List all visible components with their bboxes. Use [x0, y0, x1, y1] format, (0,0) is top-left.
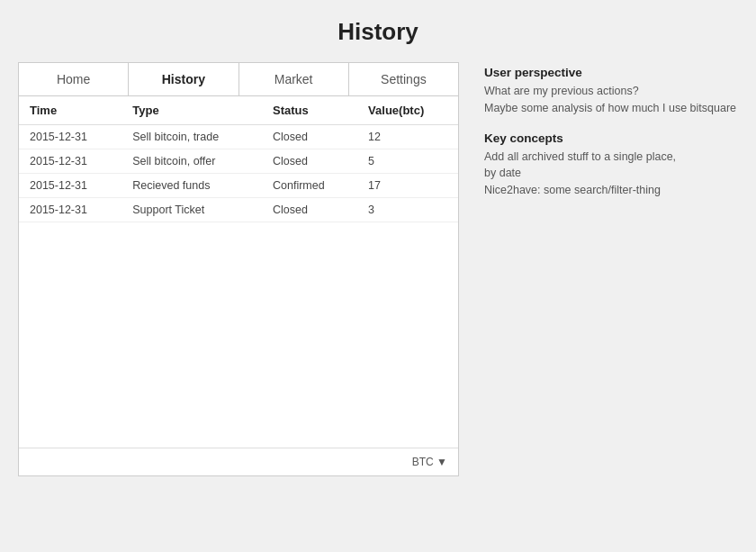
nav-item-home[interactable]: Home	[19, 63, 129, 95]
main-layout: Home History Market Settings Time Type S…	[18, 62, 738, 476]
key-concepts-section: Key concepts Add all archived stuff to a…	[484, 131, 738, 199]
cell-status: Closed	[262, 125, 357, 149]
cell-time: 2015-12-31	[19, 174, 122, 198]
history-table: Time Type Status Value(btc) 2015-12-31 S…	[19, 96, 458, 222]
cell-value: 3	[357, 198, 458, 222]
col-type: Type	[122, 96, 262, 125]
cell-type: Sell bitcoin, offer	[122, 149, 262, 174]
left-panel: Home History Market Settings Time Type S…	[18, 62, 459, 476]
table-area: Time Type Status Value(btc) 2015-12-31 S…	[19, 96, 458, 448]
cell-time: 2015-12-31	[19, 125, 122, 149]
panel-footer[interactable]: BTC ▼	[19, 448, 458, 475]
cell-time: 2015-12-31	[19, 198, 122, 222]
table-row: 2015-12-31 Sell bitcoin, offer Closed 5	[19, 149, 458, 174]
page-title: History	[338, 18, 418, 46]
cell-type: Recieved funds	[122, 174, 262, 198]
col-value: Value(btc)	[357, 96, 458, 125]
col-time: Time	[19, 96, 122, 125]
key-concepts-text: Add all archived stuff to a single place…	[484, 149, 738, 199]
cell-status: Closed	[262, 149, 357, 174]
cell-value: 17	[357, 174, 458, 198]
cell-time: 2015-12-31	[19, 149, 122, 174]
cell-status: Closed	[262, 198, 357, 222]
cell-value: 5	[357, 149, 458, 174]
cell-type: Support Ticket	[122, 198, 262, 222]
nav-item-settings[interactable]: Settings	[349, 63, 458, 95]
table-row: 2015-12-31 Support Ticket Closed 3	[19, 198, 458, 222]
nav-item-history[interactable]: History	[129, 63, 238, 95]
user-perspective-section: User perspective What are my previous ac…	[484, 66, 738, 117]
table-row: 2015-12-31 Sell bitcoin, trade Closed 12	[19, 125, 458, 149]
cell-type: Sell bitcoin, trade	[122, 125, 262, 149]
table-row: 2015-12-31 Recieved funds Confirmed 17	[19, 174, 458, 198]
key-concepts-title: Key concepts	[484, 131, 738, 145]
user-perspective-title: User perspective	[484, 66, 738, 79]
right-panel: User perspective What are my previous ac…	[484, 62, 738, 476]
cell-value: 12	[357, 125, 458, 149]
user-perspective-text: What are my previous actions?Maybe some …	[484, 83, 738, 117]
col-status: Status	[262, 96, 357, 125]
cell-status: Confirmed	[262, 174, 357, 198]
nav-bar: Home History Market Settings	[19, 63, 458, 96]
nav-item-market[interactable]: Market	[239, 63, 349, 95]
